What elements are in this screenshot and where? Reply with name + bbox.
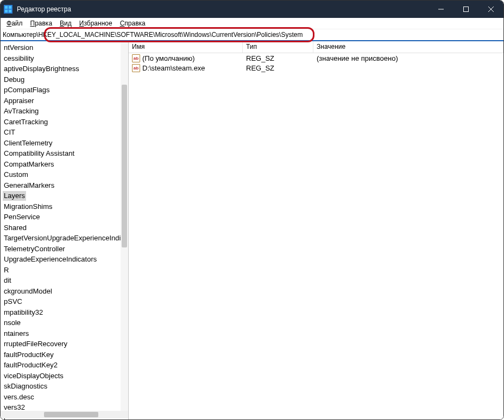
- scrollbar-thumb[interactable]: [122, 85, 127, 247]
- tree-item[interactable]: mpatibility32: [1, 307, 128, 318]
- tree-item-label: PenService: [3, 212, 41, 222]
- tree-item[interactable]: cessibility: [1, 53, 128, 64]
- tree-item[interactable]: CaretTracking: [1, 117, 128, 128]
- tree-item[interactable]: Shared: [1, 222, 128, 233]
- tree-item[interactable]: Appraiser: [1, 96, 128, 106]
- values-header: Имя Тип Значение: [129, 41, 503, 53]
- value-name-cell: ab(По умолчанию): [129, 54, 243, 62]
- tree-item-label: nsole: [3, 318, 22, 328]
- tree-item-label: CaretTracking: [3, 117, 49, 127]
- tree-item[interactable]: vers.desc: [1, 392, 128, 403]
- tree-item-label: Shared: [3, 223, 28, 233]
- minimize-button[interactable]: [429, 1, 453, 18]
- tree-item[interactable]: pCompatFlags: [1, 85, 128, 96]
- svg-rect-0: [5, 6, 8, 9]
- tree-item[interactable]: ClientTelemetry: [1, 138, 128, 149]
- tree-item[interactable]: AvTracking: [1, 106, 128, 117]
- menubar: Файл Правка Вид Избранное Справка: [1, 18, 503, 29]
- tree-item-label: AvTracking: [3, 106, 40, 116]
- tree-item[interactable]: Compatibility Assistant: [1, 148, 128, 159]
- tree-item[interactable]: nsole: [1, 317, 128, 328]
- tree-item-label: aptiveDisplayBrightness: [3, 64, 80, 74]
- registry-tree[interactable]: ntVersioncessibilityaptiveDisplayBrightn…: [1, 41, 129, 419]
- value-row[interactable]: ab(По умолчанию)REG_SZ(значение не присв…: [129, 53, 503, 63]
- tree-horizontal-scrollbar[interactable]: [1, 411, 128, 418]
- string-value-icon: ab: [132, 64, 140, 72]
- svg-rect-5: [464, 7, 469, 12]
- tree-item[interactable]: R: [1, 265, 128, 276]
- tree-item[interactable]: ntVersion: [1, 42, 128, 53]
- tree-item-label: dit: [3, 276, 12, 285]
- window-controls: [429, 1, 503, 18]
- tree-item[interactable]: Custom: [1, 169, 128, 180]
- close-button[interactable]: [478, 1, 503, 18]
- values-pane[interactable]: Имя Тип Значение ab(По умолчанию)REG_SZ(…: [129, 41, 503, 419]
- svg-rect-1: [9, 6, 11, 9]
- tree-item[interactable]: CIT: [1, 127, 128, 138]
- tree-item-label: TargetVersionUpgradeExperienceIndi: [3, 233, 122, 243]
- tree-item-label: Layers: [3, 191, 26, 201]
- value-data-cell: (значение не присвоено): [313, 54, 503, 62]
- tree-item-label: ckgroundModel: [3, 287, 53, 296]
- menu-file[interactable]: Файл: [3, 18, 27, 28]
- tree-item-label: Custom: [3, 170, 29, 180]
- tree-item[interactable]: CompatMarkers: [1, 159, 128, 170]
- address-path: \HKEY_LOCAL_MACHINE\SOFTWARE\Microsoft\W…: [36, 31, 303, 39]
- column-header-data[interactable]: Значение: [313, 41, 503, 53]
- tree-item[interactable]: TargetVersionUpgradeExperienceIndi: [1, 233, 128, 244]
- tree-item-label: ntVersion: [3, 43, 34, 53]
- tree-item-label: faultProductKey2: [3, 360, 59, 370]
- tree-item-label: R: [3, 265, 10, 275]
- tree-item[interactable]: faultProductKey2: [1, 360, 128, 371]
- column-header-type[interactable]: Тип: [243, 41, 313, 53]
- tree-item-label: viceDisplayObjects: [3, 371, 65, 381]
- tree-item[interactable]: pSVC: [1, 296, 128, 307]
- tree-item[interactable]: PenService: [1, 212, 128, 222]
- value-type-cell: REG_SZ: [243, 54, 313, 62]
- column-header-name[interactable]: Имя: [129, 41, 243, 53]
- tree-item[interactable]: UpgradeExperienceIndicators: [1, 254, 128, 265]
- registry-editor-window: Редактор реестра Файл Правка Вид Избранн…: [0, 0, 504, 420]
- tree-item[interactable]: faultProductKey: [1, 349, 128, 360]
- tree-item-label: ntainers: [3, 329, 30, 339]
- tree-item-label: Compatibility Assistant: [3, 149, 75, 158]
- tree-item[interactable]: GeneralMarkers: [1, 180, 128, 191]
- value-name: D:\steam\steam.exe: [142, 64, 205, 72]
- tree-item[interactable]: dit: [1, 275, 128, 286]
- tree-item-label: MigrationShims: [3, 202, 54, 212]
- tree-item[interactable]: ntainers: [1, 328, 128, 339]
- tree-item[interactable]: TelemetryController: [1, 244, 128, 254]
- menu-view[interactable]: Вид: [56, 18, 75, 28]
- tree-item-label: pCompatFlags: [3, 85, 51, 95]
- value-row[interactable]: abD:\steam\steam.exeREG_SZ: [129, 63, 503, 73]
- tree-item-label: rruptedFileRecovery: [3, 339, 68, 349]
- menu-help[interactable]: Справка: [116, 18, 149, 28]
- tree-item[interactable]: ckgroundModel: [1, 286, 128, 297]
- titlebar: Редактор реестра: [1, 1, 503, 18]
- tree-item-label: faultProductKey: [3, 350, 55, 360]
- menu-favorites[interactable]: Избранное: [75, 18, 116, 28]
- tree-item[interactable]: viceDisplayObjects: [1, 371, 128, 381]
- value-type-cell: REG_SZ: [243, 64, 313, 72]
- tree-item[interactable]: rruptedFileRecovery: [1, 339, 128, 349]
- value-name-cell: abD:\steam\steam.exe: [129, 64, 243, 72]
- scrollbar-thumb[interactable]: [44, 412, 98, 417]
- tree-item[interactable]: aptiveDisplayBrightness: [1, 63, 128, 74]
- svg-rect-3: [9, 10, 11, 12]
- tree-item-label: TelemetryController: [3, 244, 66, 254]
- tree-item-label: Debug: [3, 75, 26, 85]
- tree-item-label: skDiagnostics: [3, 381, 48, 391]
- tree-item[interactable]: MigrationShims: [1, 201, 128, 212]
- content-area: ntVersioncessibilityaptiveDisplayBrightn…: [1, 41, 503, 419]
- tree-item-label: mpatibility32: [3, 308, 44, 317]
- tree-item-label: CompatMarkers: [3, 160, 55, 169]
- tree-item[interactable]: Debug: [1, 74, 128, 85]
- window-title: Редактор реестра: [17, 5, 71, 13]
- address-bar[interactable]: Компьютер \HKEY_LOCAL_MACHINE\SOFTWARE\M…: [1, 29, 503, 41]
- tree-item[interactable]: skDiagnostics: [1, 381, 128, 392]
- menu-edit[interactable]: Правка: [27, 18, 56, 28]
- tree-item-label: vers.desc: [3, 392, 35, 402]
- maximize-button[interactable]: [453, 1, 478, 18]
- tree-item[interactable]: Layers: [1, 190, 128, 201]
- tree-vertical-scrollbar[interactable]: [121, 41, 128, 411]
